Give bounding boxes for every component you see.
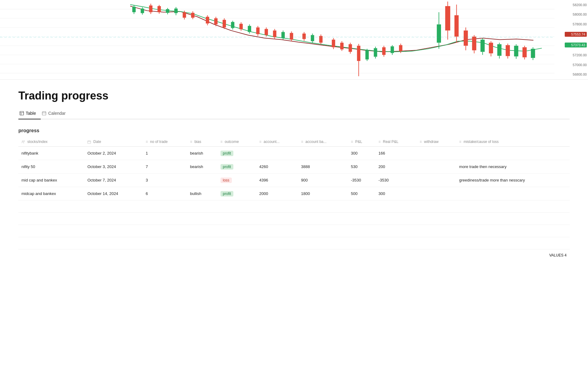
table-row[interactable]: mid cap and bankex October 7, 2024 3 los… [18,174,570,187]
cell-no-of-trade: 6 [143,187,187,200]
svg-rect-86 [365,50,369,59]
col-no-of-trade: ≡ no of trade [143,137,187,147]
cell-bias: bullish [187,187,217,200]
tab-calendar[interactable]: Calendar [41,108,70,119]
table-row[interactable]: nifitybank October 2, 2024 1 bearish pro… [18,147,570,160]
cell-real-pnl: 300 [375,187,417,200]
svg-rect-110 [464,31,468,46]
col-real-pnl: ≡ Real P&L [375,137,417,147]
cell-account: 2000 [256,187,298,200]
svg-rect-92 [382,47,386,55]
price-label-1: 58200.00 [565,3,587,7]
svg-rect-122 [497,44,502,56]
col-account: ≡ account... [256,137,298,147]
cell-stocks: nifity 50 [18,160,84,174]
cell-pnl: 500 [348,187,375,200]
svg-rect-83 [357,46,360,61]
svg-rect-80 [349,44,352,52]
cell-mistake [456,187,570,200]
cell-withdraw [417,160,456,174]
table-row-empty [18,237,570,249]
cell-date: October 3, 2024 [84,160,142,174]
svg-rect-41 [231,22,234,28]
svg-rect-53 [265,29,268,35]
cell-no-of-trade: 7 [143,160,187,174]
table-container: stocks/index Date ≡ no of trade [18,137,570,261]
trading-table: stocks/index Date ≡ no of trade [18,137,570,249]
svg-rect-17 [157,6,161,12]
tab-bar: Table Calendar [18,108,570,119]
svg-rect-116 [481,40,485,52]
col-bias: ≡ bias [187,137,217,147]
section-title: progress [18,128,570,133]
svg-rect-65 [302,34,306,39]
calendar-icon [42,111,46,115]
cell-outcome: profit [217,147,256,160]
svg-rect-35 [214,18,217,24]
cell-outcome: profit [217,160,256,174]
col-account-ba: ≡ account ba... [298,137,348,147]
cell-real-pnl: 166 [375,147,417,160]
cell-withdraw [417,147,456,160]
cell-withdraw [417,187,456,200]
cell-stocks: midcap and bankex [18,187,84,200]
price-label-2: 58000.00 [565,13,587,16]
svg-rect-89 [374,48,377,57]
svg-rect-113 [472,37,476,51]
table-row[interactable]: nifity 50 October 3, 2024 7 bearish prof… [18,160,570,174]
cell-account-ba: 3888 [298,160,348,174]
svg-point-146 [24,140,25,141]
svg-rect-29 [191,13,194,18]
cell-bias: bearish [187,147,217,160]
cell-stocks: nifitybank [18,147,84,160]
svg-rect-107 [454,15,459,37]
table-row-empty [18,225,570,237]
price-badge-green: 57373.43 [565,43,587,47]
col-date: Date [84,137,142,147]
svg-rect-104 [445,6,450,31]
svg-rect-77 [340,43,344,49]
cell-stocks: mid cap and bankex [18,174,84,187]
chart-area: 58200.00 58000.00 57800.00 57553.74 5737… [0,0,588,80]
svg-rect-147 [88,141,91,144]
svg-rect-62 [290,33,293,40]
svg-rect-71 [319,36,322,43]
price-badge-red: 57553.74 [565,32,587,37]
cell-pnl: 300 [348,147,375,160]
price-label-8: 56800.00 [565,73,587,76]
table-row[interactable]: midcap and bankex October 14, 2024 6 bul… [18,187,570,200]
tab-table[interactable]: Table [18,108,41,119]
cell-mistake [456,147,570,160]
cell-date: October 2, 2024 [84,147,142,160]
svg-point-145 [22,140,23,142]
svg-rect-23 [174,9,178,13]
cell-no-of-trade: 3 [143,174,187,187]
people-icon [21,140,25,144]
cell-account: 4396 [256,174,298,187]
page-title: Trading progress [18,89,570,102]
cell-real-pnl: 200 [375,160,417,174]
price-label-6: 57200.00 [565,53,587,57]
cell-withdraw [417,174,456,187]
svg-rect-141 [42,112,46,115]
svg-rect-50 [256,28,260,34]
cell-bias: bearish [187,160,217,174]
svg-rect-11 [141,9,144,13]
values-label: VALUES [549,253,564,257]
main-content: Trading progress Table Calendar progress [0,80,588,273]
table-header-row: stocks/index Date ≡ no of trade [18,137,570,147]
svg-rect-125 [506,45,510,56]
cell-account: 4260 [256,160,298,174]
svg-rect-98 [399,45,402,51]
svg-rect-134 [531,49,535,58]
values-footer: VALUES 4 [18,249,570,261]
candlestick-chart [0,0,588,79]
table-row-empty [18,200,570,213]
cell-account-ba: 1800 [298,187,348,200]
cell-bias [187,174,217,187]
svg-rect-101 [437,24,441,43]
svg-rect-38 [223,20,226,28]
col-mistake: ≡ mistake/cause of loss [456,137,570,147]
col-outcome: ≡ outcome [217,137,256,147]
col-withdraw: ≡ withdraw [417,137,456,147]
